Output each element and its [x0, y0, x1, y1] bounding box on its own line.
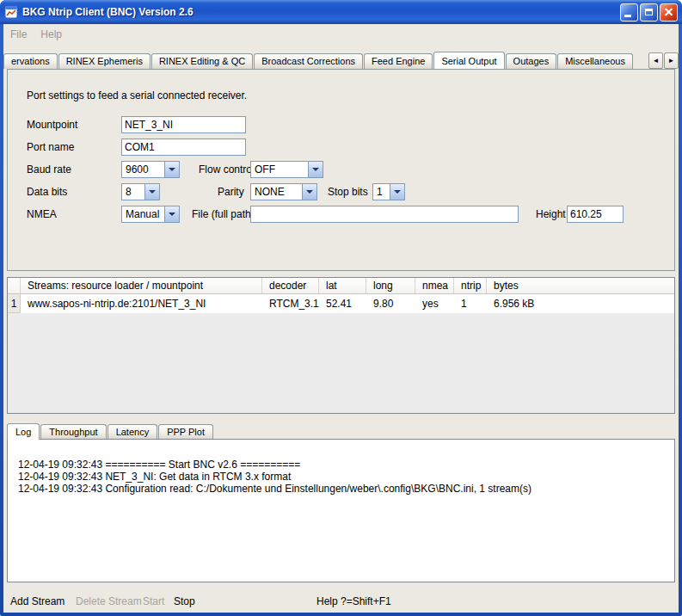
parity-label: Parity	[218, 186, 244, 198]
window-title: BKG Ntrip Client (BNC) Version 2.6	[22, 6, 618, 18]
mountpoint-input[interactable]	[121, 116, 246, 133]
close-button[interactable]: ✕	[660, 3, 678, 22]
nmea-select[interactable]: Manual	[121, 206, 180, 223]
tab-serial-output[interactable]: Serial Output	[433, 52, 504, 69]
row-number: 1	[8, 294, 21, 313]
cell-long: 9.80	[366, 294, 415, 313]
stop-bits-value: 1	[373, 186, 390, 198]
serial-output-panel: Port settings to feed a serial connected…	[7, 69, 675, 271]
tab-latency[interactable]: Latency	[108, 424, 158, 439]
menu-file[interactable]: File	[10, 28, 27, 40]
mountpoint-label: Mountpoint	[27, 119, 77, 131]
height-label: Height	[536, 208, 566, 220]
maximize-button[interactable]	[640, 3, 658, 22]
header-rownum	[8, 278, 21, 293]
header-ntrip: ntrip	[454, 278, 487, 293]
menu-help[interactable]: Help	[40, 28, 62, 40]
bnc-window: BKG Ntrip Client (BNC) Version 2.6 ✕ Fil…	[0, 0, 682, 616]
data-bits-value: 8	[122, 186, 144, 198]
data-bits-label: Data bits	[27, 186, 67, 198]
close-icon: ✕	[664, 5, 674, 19]
stop-button[interactable]: Stop	[170, 594, 199, 609]
cell-lat: 52.41	[319, 294, 366, 313]
minimize-button[interactable]	[620, 3, 638, 22]
log-line: 12-04-19 09:32:43 Configuration read: C:…	[18, 483, 666, 495]
cell-ntrip: 1	[454, 294, 487, 313]
cell-decoder: RTCM_3.1	[262, 294, 319, 313]
file-path-input[interactable]	[250, 206, 519, 223]
maximize-icon	[645, 9, 653, 15]
log-panel[interactable]: 12-04-19 09:32:43 ========== Start BNC v…	[7, 439, 675, 582]
client-area: File Help ervations RINEX Ephemeris RINE…	[3, 24, 679, 613]
main-tabbar: ervations RINEX Ephemeris RINEX Editing …	[3, 51, 642, 69]
streams-table-header: Streams: resource loader / mountpoint de…	[8, 278, 674, 294]
header-lat: lat	[319, 278, 366, 293]
tab-feed-engine[interactable]: Feed Engine	[364, 53, 433, 69]
log-lines: 12-04-19 09:32:43 ========== Start BNC v…	[8, 440, 674, 495]
height-input[interactable]	[567, 206, 624, 223]
start-button[interactable]: Start	[139, 594, 168, 609]
file-path-label: File (full path)	[192, 208, 255, 220]
add-stream-button[interactable]: Add Stream	[7, 594, 68, 609]
header-nmea: nmea	[415, 278, 454, 293]
chevron-down-icon[interactable]	[302, 184, 316, 200]
port-name-label: Port name	[27, 141, 74, 153]
port-name-input[interactable]	[121, 139, 246, 156]
tab-rinex-ephemeris[interactable]: RINEX Ephemeris	[58, 53, 151, 69]
parity-value: NONE	[251, 186, 302, 198]
chevron-down-icon[interactable]	[308, 162, 323, 177]
header-long: long	[366, 278, 415, 293]
flow-control-label: Flow control	[199, 163, 255, 176]
nmea-label: NMEA	[27, 208, 57, 220]
tab-ppp-plot[interactable]: PPP Plot	[158, 424, 213, 439]
parity-select[interactable]: NONE	[250, 183, 317, 200]
header-bytes: bytes	[487, 278, 674, 293]
tab-rinex-editing-qc[interactable]: RINEX Editing & QC	[151, 53, 253, 69]
cell-bytes: 6.956 kB	[487, 294, 674, 313]
table-empty-area	[8, 313, 674, 413]
tab-scroll-right-icon[interactable]: ►	[664, 52, 679, 69]
minimize-icon	[624, 15, 631, 17]
cell-mountpoint: www.sapos-ni-ntrip.de:2101/NET_3_NI	[21, 294, 262, 313]
table-row[interactable]: 1 www.sapos-ni-ntrip.de:2101/NET_3_NI RT…	[8, 294, 674, 313]
data-bits-select[interactable]: 8	[121, 183, 160, 200]
nmea-value: Manual	[122, 208, 164, 220]
tab-outages[interactable]: Outages	[506, 53, 557, 69]
log-line: 12-04-19 09:32:43 NET_3_NI: Get data in …	[18, 471, 666, 483]
panel-description: Port settings to feed a serial connected…	[27, 89, 247, 102]
menubar: File Help	[3, 24, 679, 45]
chevron-down-icon[interactable]	[164, 162, 179, 177]
tab-throughput[interactable]: Throughput	[40, 424, 106, 439]
flow-control-select[interactable]: OFF	[250, 161, 323, 178]
header-decoder: decoder	[262, 278, 319, 293]
baud-rate-value: 9600	[122, 163, 164, 176]
footer-bar: Add Stream Delete Stream Start Stop Help…	[3, 594, 679, 611]
tab-broadcast-corrections[interactable]: Broadcast Corrections	[254, 53, 363, 69]
tab-miscellaneous[interactable]: Miscellaneous	[557, 53, 633, 69]
delete-stream-button[interactable]: Delete Stream	[72, 594, 145, 609]
tab-scroll-left-icon[interactable]: ◄	[648, 52, 663, 69]
help-shortcut-label: Help ?=Shift+F1	[316, 595, 391, 607]
chevron-down-icon[interactable]	[144, 184, 159, 200]
tab-observations[interactable]: ervations	[3, 53, 58, 69]
flow-control-value: OFF	[251, 163, 308, 176]
baud-rate-select[interactable]: 9600	[121, 161, 180, 178]
chevron-down-icon[interactable]	[164, 206, 179, 222]
baud-rate-label: Baud rate	[27, 163, 71, 176]
titlebar[interactable]: BKG Ntrip Client (BNC) Version 2.6 ✕	[0, 0, 682, 24]
bottom-tabbar: Log Throughput Latency PPP Plot	[7, 423, 214, 439]
tab-scroll-buttons: ◄ ►	[648, 52, 679, 69]
tab-log[interactable]: Log	[7, 423, 40, 440]
log-line: 12-04-19 09:32:43 ========== Start BNC v…	[18, 459, 666, 471]
streams-table: Streams: resource loader / mountpoint de…	[7, 277, 675, 414]
chevron-down-icon[interactable]	[390, 184, 404, 200]
stop-bits-label: Stop bits	[328, 186, 368, 198]
stop-bits-select[interactable]: 1	[372, 183, 405, 200]
header-mountpoint: Streams: resource loader / mountpoint	[21, 278, 262, 293]
app-icon	[4, 5, 18, 19]
cell-nmea: yes	[415, 294, 454, 313]
